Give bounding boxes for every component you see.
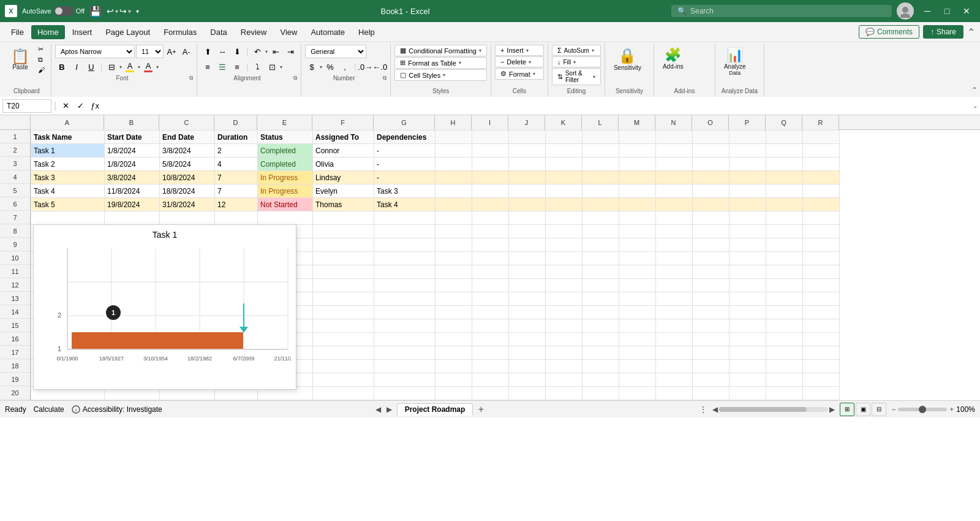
cell-Q10[interactable]	[766, 252, 803, 265]
cell-F19[interactable]	[313, 373, 374, 387]
cell-F7[interactable]	[313, 211, 374, 225]
row-num-8[interactable]: 8	[0, 224, 30, 238]
cell-L18[interactable]	[582, 360, 619, 373]
scrollbar-track[interactable]	[719, 407, 828, 412]
cell-G16[interactable]	[374, 333, 435, 346]
font-color-dropdown[interactable]: ▾	[156, 64, 159, 70]
cell-G15[interactable]	[374, 319, 435, 333]
cell-I8[interactable]	[472, 225, 509, 238]
col-header-J[interactable]: J	[508, 115, 545, 130]
cell-F17[interactable]	[313, 346, 374, 360]
cell-F16[interactable]	[313, 333, 374, 346]
cell-J9[interactable]	[509, 238, 546, 252]
cell-P17[interactable]	[729, 346, 766, 360]
cell-H16[interactable]	[435, 333, 472, 346]
cell-I2[interactable]	[472, 144, 509, 158]
delete-dropdown[interactable]: ▾	[529, 59, 531, 65]
cell-F6[interactable]: Thomas	[313, 198, 374, 211]
cell-K5[interactable]	[546, 184, 582, 198]
cell-L11[interactable]	[582, 265, 619, 279]
cell-J8[interactable]	[509, 225, 546, 238]
cell-M12[interactable]	[619, 279, 656, 292]
cell-R2[interactable]	[803, 144, 840, 158]
cell-G6[interactable]: Task 4	[374, 198, 435, 211]
fill-dropdown[interactable]: ▾	[573, 59, 576, 65]
cell-M19[interactable]	[619, 373, 656, 387]
cell-O5[interactable]	[693, 184, 729, 198]
quick-access-more[interactable]: ▾	[136, 8, 139, 15]
cell-F14[interactable]	[313, 306, 374, 319]
cell-R4[interactable]	[803, 171, 840, 184]
cell-P3[interactable]	[729, 158, 766, 171]
cell-K9[interactable]	[546, 238, 582, 252]
cell-K7[interactable]	[546, 211, 582, 225]
cell-O20[interactable]	[693, 387, 729, 400]
cell-K17[interactable]	[546, 346, 582, 360]
cell-P12[interactable]	[729, 279, 766, 292]
borders-dropdown[interactable]: ▾	[119, 64, 122, 70]
cell-F2[interactable]: Connor	[313, 144, 374, 158]
number-group-expand[interactable]: ⧉	[383, 75, 386, 82]
search-input[interactable]	[690, 7, 886, 15]
row-num-7[interactable]: 7	[0, 211, 30, 224]
cell-L15[interactable]	[582, 319, 619, 333]
cell-G2[interactable]: -	[374, 144, 435, 158]
cell-Q7[interactable]	[766, 211, 803, 225]
chart-container[interactable]: Task 1 1 2	[33, 224, 296, 390]
cell-P20[interactable]	[729, 387, 766, 400]
cell-K15[interactable]	[546, 319, 582, 333]
cell-E6[interactable]: Not Started	[258, 198, 313, 211]
cell-P13[interactable]	[729, 292, 766, 306]
corner-cell[interactable]	[0, 115, 31, 129]
cell-J10[interactable]	[509, 252, 546, 265]
cell-R14[interactable]	[803, 306, 840, 319]
cell-O8[interactable]	[693, 225, 729, 238]
cell-J12[interactable]	[509, 279, 546, 292]
cell-L9[interactable]	[582, 238, 619, 252]
cell-N11[interactable]	[656, 265, 693, 279]
ribbon-collapse-button[interactable]: ⌃	[967, 26, 975, 38]
cell-R15[interactable]	[803, 319, 840, 333]
cell-Q17[interactable]	[766, 346, 803, 360]
cell-I12[interactable]	[472, 279, 509, 292]
cell-J13[interactable]	[509, 292, 546, 306]
cell-G12[interactable]	[374, 279, 435, 292]
cell-Q13[interactable]	[766, 292, 803, 306]
cell-Q16[interactable]	[766, 333, 803, 346]
cell-O17[interactable]	[693, 346, 729, 360]
sheet-tab-project-roadmap[interactable]: Project Roadmap	[397, 403, 473, 416]
cell-C7[interactable]	[160, 211, 215, 225]
align-center-button[interactable]: ☰	[216, 60, 229, 74]
cell-H6[interactable]	[435, 198, 472, 211]
cut-button[interactable]: ✂	[36, 45, 47, 54]
cell-O14[interactable]	[693, 306, 729, 319]
cell-N15[interactable]	[656, 319, 693, 333]
cell-H18[interactable]	[435, 360, 472, 373]
cell-O9[interactable]	[693, 238, 729, 252]
cell-R8[interactable]	[803, 225, 840, 238]
cell-O6[interactable]	[693, 198, 729, 211]
cell-H10[interactable]	[435, 252, 472, 265]
analyze-data-button[interactable]: 📊 Analyze Data	[719, 45, 751, 78]
cell-H15[interactable]	[435, 319, 472, 333]
minimize-button[interactable]: ─	[919, 2, 936, 20]
cell-N17[interactable]	[656, 346, 693, 360]
cell-L3[interactable]	[582, 158, 619, 171]
cell-P15[interactable]	[729, 319, 766, 333]
col-header-R[interactable]: R	[802, 115, 839, 130]
sheet-prev-button[interactable]: ◀	[374, 405, 383, 414]
cell-J4[interactable]	[509, 171, 546, 184]
cell-L20[interactable]	[582, 387, 619, 400]
col-header-M[interactable]: M	[619, 115, 655, 130]
insert-cells-button[interactable]: + Insert ▾	[495, 45, 544, 56]
cell-K3[interactable]	[546, 158, 582, 171]
cell-L17[interactable]	[582, 346, 619, 360]
sort-dropdown[interactable]: ▾	[593, 74, 595, 80]
cell-P8[interactable]	[729, 225, 766, 238]
menu-home[interactable]: Home	[31, 25, 65, 39]
cell-D3[interactable]: 4	[215, 158, 258, 171]
cell-O2[interactable]	[693, 144, 729, 158]
col-header-N[interactable]: N	[655, 115, 692, 130]
row-num-5[interactable]: 5	[0, 184, 30, 197]
cell-H8[interactable]	[435, 225, 472, 238]
